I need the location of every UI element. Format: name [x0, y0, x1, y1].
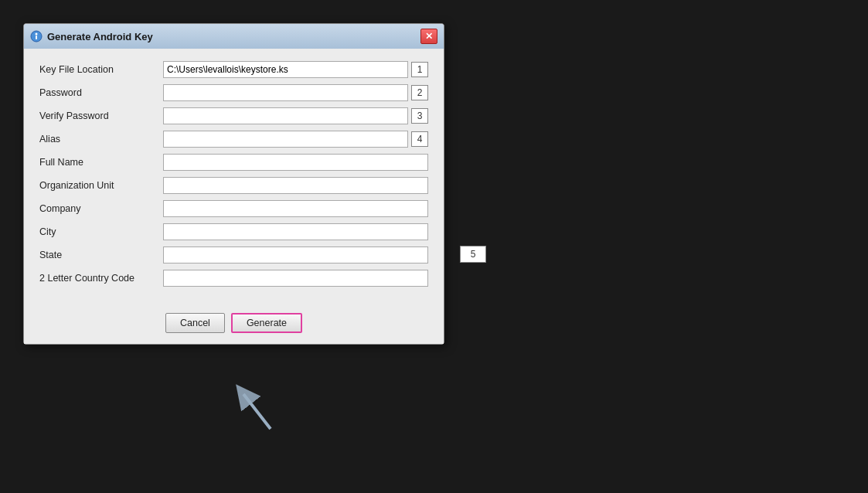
close-button[interactable]: ✕ — [420, 29, 437, 44]
input-organization-unit[interactable] — [163, 177, 428, 194]
input-wrapper-city — [163, 223, 428, 240]
dialog-body: Key File Location 1 Password 2 Verify Pa… — [24, 49, 444, 305]
svg-line-4 — [243, 394, 271, 429]
cancel-button[interactable]: Cancel — [165, 313, 225, 333]
input-wrapper-organization-unit — [163, 177, 428, 194]
arrow-annotation — [224, 379, 301, 435]
badge-3: 3 — [411, 108, 428, 124]
input-wrapper-state — [163, 246, 428, 264]
badge-5: 5 — [460, 246, 486, 263]
form-row-verify-password: Verify Password 3 — [39, 107, 428, 124]
input-wrapper-verify-password: 3 — [163, 107, 428, 124]
input-wrapper-full-name — [163, 154, 428, 171]
svg-rect-2 — [36, 36, 37, 39]
badge-1: 1 — [411, 62, 428, 77]
generate-button[interactable]: Generate — [231, 313, 302, 333]
form-row-key-file-location: Key File Location 1 — [39, 61, 428, 78]
title-bar: Generate Android Key ✕ — [24, 24, 444, 49]
label-company: Company — [39, 203, 163, 214]
input-state[interactable] — [163, 246, 428, 264]
input-wrapper-password: 2 — [163, 84, 428, 101]
label-country-code: 2 Letter Country Code — [39, 273, 163, 284]
input-city[interactable] — [163, 223, 428, 240]
dialog-icon — [30, 30, 43, 42]
input-password[interactable] — [163, 84, 408, 101]
form-row-country-code: 2 Letter Country Code — [39, 270, 428, 287]
badge-4: 4 — [411, 131, 428, 147]
label-verify-password: Verify Password — [39, 110, 163, 121]
input-verify-password[interactable] — [163, 107, 408, 124]
dialog-title: Generate Android Key — [47, 31, 153, 42]
form-row-company: Company — [39, 200, 428, 217]
badge-2: 2 — [411, 85, 428, 100]
label-key-file-location: Key File Location — [39, 64, 163, 75]
input-country-code[interactable] — [163, 270, 428, 287]
label-state: State — [39, 250, 163, 260]
label-alias: Alias — [39, 134, 163, 144]
label-full-name: Full Name — [39, 157, 163, 168]
input-wrapper-company — [163, 200, 428, 217]
input-wrapper-key-file-location: 1 — [163, 61, 428, 78]
label-password: Password — [39, 87, 163, 98]
input-wrapper-alias: 4 — [163, 131, 428, 148]
form-row-alias: Alias 4 — [39, 131, 428, 148]
form-row-full-name: Full Name — [39, 154, 428, 171]
form-row-state: State — [39, 246, 428, 264]
title-bar-left: Generate Android Key — [30, 30, 153, 42]
label-city: City — [39, 226, 163, 237]
label-organization-unit: Organization Unit — [39, 180, 163, 191]
input-key-file-location[interactable] — [163, 61, 408, 78]
input-alias[interactable] — [163, 131, 408, 148]
input-wrapper-country-code — [163, 270, 428, 287]
input-company[interactable] — [163, 200, 428, 217]
input-full-name[interactable] — [163, 154, 428, 171]
form-row-city: City — [39, 223, 428, 240]
svg-point-1 — [36, 33, 38, 36]
form-row-organization-unit: Organization Unit — [39, 177, 428, 194]
generate-android-key-dialog: Generate Android Key ✕ Key File Location… — [23, 23, 444, 345]
form-row-password: Password 2 — [39, 84, 428, 101]
dialog-footer: Cancel Generate — [24, 305, 444, 344]
